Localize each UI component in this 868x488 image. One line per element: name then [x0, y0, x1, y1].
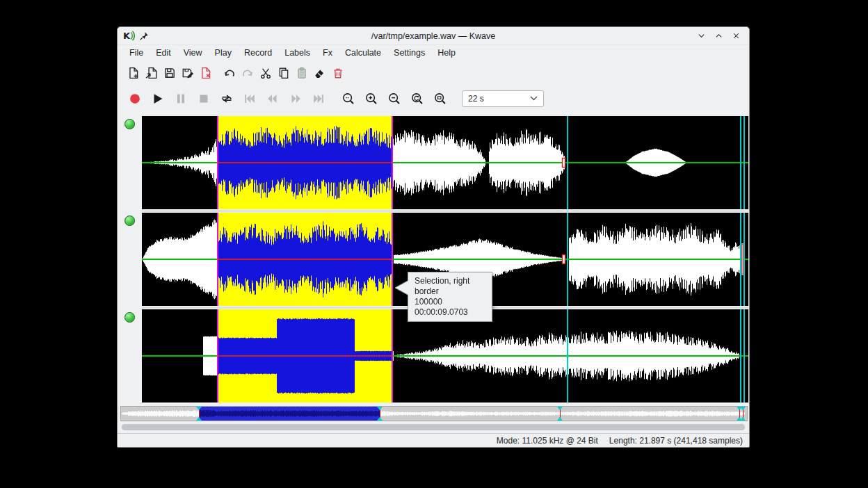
zoom-original-button[interactable]: [409, 90, 426, 107]
zoom-in-icon: [364, 91, 379, 106]
stop-button[interactable]: [195, 90, 212, 107]
tooltip-time: 00:00:09.0703: [415, 307, 485, 318]
rewind-button[interactable]: [264, 90, 281, 107]
paste-icon: [296, 67, 308, 79]
desktop-background: { "window": { "title": "/var/tmp/example…: [0, 0, 868, 488]
track1-enable-led[interactable]: [124, 119, 135, 129]
file-toolbar: [118, 60, 749, 85]
forward-button[interactable]: [287, 90, 304, 107]
rewind-icon: [265, 91, 280, 106]
zoom-out-button[interactable]: [386, 90, 403, 107]
save-button[interactable]: [162, 65, 177, 81]
menubar: File Edit View Play Record Labels Fx Cal…: [118, 45, 749, 60]
svg-text:K: K: [123, 31, 131, 41]
menu-item-play[interactable]: Play: [209, 47, 238, 59]
zoom-all-button[interactable]: [432, 90, 449, 107]
skip-end-icon: [311, 91, 326, 106]
zoom-all-icon: [433, 91, 448, 106]
copy-icon: [278, 67, 290, 79]
menu-item-labels[interactable]: Labels: [278, 47, 316, 59]
tooltip-arrow: [394, 277, 409, 299]
play-button[interactable]: [150, 90, 166, 107]
tooltip-title: Selection, right border: [415, 276, 485, 297]
horizontal-scrollbar[interactable]: [121, 424, 746, 430]
eraser-icon: [314, 67, 326, 79]
delete-button[interactable]: [330, 65, 346, 81]
open-file-icon: [145, 67, 158, 79]
kwave-window: K /var/tmp/example.wav — Kwave: [117, 26, 750, 448]
maximize-button[interactable]: [712, 30, 725, 42]
overview-waveform[interactable]: [120, 406, 748, 421]
new-file-button[interactable]: [126, 65, 141, 81]
status-length: Length: 21.897 s (241,418 samples): [609, 436, 743, 446]
titlebar[interactable]: K /var/tmp/example.wav — Kwave: [118, 27, 749, 45]
record-button[interactable]: [127, 90, 143, 107]
play-icon: [150, 91, 166, 106]
zoom-in-button[interactable]: [363, 90, 380, 107]
playback-toolbar: 22 s: [118, 85, 749, 112]
chevron-down-icon: [530, 96, 538, 101]
loop-icon: [219, 91, 234, 106]
save-as-icon: [182, 67, 194, 79]
trash-icon: [332, 67, 344, 79]
cut-button[interactable]: [258, 65, 273, 81]
signal-view: Selection, right border 100000 00:00:09.…: [118, 112, 749, 405]
save-as-button[interactable]: [180, 65, 195, 81]
window-title: /var/tmp/example.wav — Kwave: [118, 31, 749, 41]
zoom-selection-button[interactable]: [340, 90, 357, 107]
scrollbar-thumb[interactable]: [122, 424, 745, 430]
paste-button[interactable]: [294, 65, 310, 81]
minimize-button[interactable]: [695, 30, 707, 42]
record-icon: [127, 91, 143, 106]
skip-end-button[interactable]: [310, 90, 327, 107]
zoom-selection-icon: [341, 91, 356, 106]
statusbar: Mode: 11.025 kHz @ 24 Bit Length: 21.897…: [118, 433, 749, 447]
undo-button[interactable]: [222, 65, 237, 81]
menu-item-fx[interactable]: Fx: [316, 47, 339, 59]
stop-icon: [196, 91, 211, 106]
menu-item-view[interactable]: View: [177, 47, 209, 59]
loop-button[interactable]: [218, 90, 235, 107]
track2-enable-led[interactable]: [124, 215, 135, 226]
open-file-button[interactable]: [144, 65, 159, 81]
undo-icon: [223, 67, 236, 79]
new-file-icon: [127, 67, 140, 79]
waveform-track-1[interactable]: [142, 116, 748, 209]
close-button[interactable]: [730, 30, 742, 42]
overview-bar[interactable]: [120, 406, 747, 421]
kwave-app-icon: K: [123, 31, 135, 41]
menu-item-settings[interactable]: Settings: [387, 47, 431, 59]
tooltip-sample: 100000: [415, 297, 485, 307]
zoom-original-icon: [410, 91, 425, 106]
close-file-icon: [200, 67, 212, 79]
menu-item-record[interactable]: Record: [238, 47, 278, 59]
skip-start-button[interactable]: [241, 90, 258, 107]
redo-icon: [241, 67, 254, 79]
track-controls-panel: [118, 112, 142, 405]
zoom-level-value: 22 s: [468, 94, 484, 104]
copy-button[interactable]: [276, 65, 291, 81]
status-mode: Mode: 11.025 kHz @ 24 Bit: [497, 436, 598, 446]
menu-item-calculate[interactable]: Calculate: [339, 47, 387, 59]
pause-icon: [173, 91, 188, 106]
zoom-level-select[interactable]: 22 s: [462, 90, 544, 107]
eraser-button[interactable]: [312, 65, 328, 81]
signal-area: Selection, right border 100000 00:00:09.…: [142, 112, 750, 405]
pause-button[interactable]: [172, 90, 189, 107]
redo-button[interactable]: [240, 65, 255, 81]
waveform-track-3[interactable]: [142, 309, 748, 402]
menu-item-file[interactable]: File: [123, 47, 150, 59]
track3-enable-led[interactable]: [124, 312, 135, 323]
selection-tooltip: Selection, right border 100000 00:00:09.…: [408, 272, 492, 322]
pin-icon: [139, 31, 149, 41]
menu-item-edit[interactable]: Edit: [150, 47, 177, 59]
close-file-button[interactable]: [198, 65, 214, 81]
cut-icon: [259, 67, 272, 79]
skip-start-icon: [242, 91, 257, 106]
forward-icon: [288, 91, 303, 106]
zoom-out-icon: [387, 91, 402, 106]
menu-item-help[interactable]: Help: [431, 47, 462, 59]
save-icon: [163, 67, 176, 79]
